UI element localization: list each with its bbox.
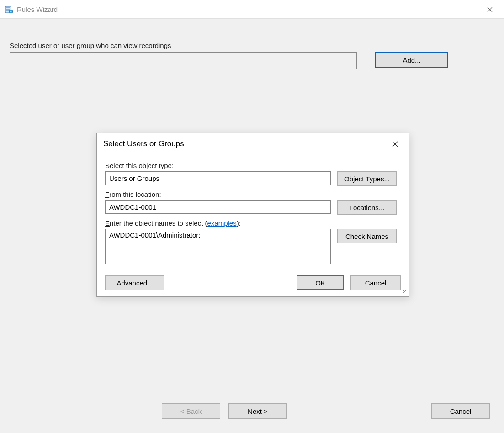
- check-names-button[interactable]: Check Names: [337, 229, 397, 243]
- svg-point-4: [9, 10, 13, 13]
- examples-link[interactable]: examples: [207, 219, 236, 227]
- wizard-footer: < Back Next > Cancel: [162, 403, 490, 419]
- object-type-field[interactable]: [105, 171, 331, 185]
- select-users-dialog: Select Users or Groups Select this objec…: [96, 133, 409, 297]
- next-button[interactable]: Next >: [228, 403, 287, 419]
- object-types-button[interactable]: Object Types...: [337, 171, 397, 186]
- advanced-button[interactable]: Advanced...: [105, 275, 164, 290]
- back-button: < Back: [162, 403, 220, 419]
- object-type-label: Select this object type:: [105, 162, 401, 169]
- add-button[interactable]: Add...: [375, 52, 448, 68]
- ok-button[interactable]: OK: [297, 275, 344, 290]
- app-icon: [5, 5, 13, 14]
- object-names-field[interactable]: [105, 229, 331, 264]
- selected-user-field[interactable]: [10, 52, 357, 69]
- wizard-cancel-button[interactable]: Cancel: [431, 403, 490, 419]
- titlebar: Rules Wizard: [0, 0, 504, 19]
- window-close-button[interactable]: [481, 0, 499, 19]
- dialog-cancel-button[interactable]: Cancel: [350, 275, 401, 290]
- window-title: Rules Wizard: [17, 5, 58, 13]
- resize-grip-icon[interactable]: [402, 289, 407, 295]
- dialog-title: Select Users or Groups: [103, 139, 184, 148]
- object-names-label: EEnter the object names to select (nter …: [105, 219, 401, 227]
- location-label: From this location:: [105, 190, 401, 198]
- dialog-titlebar: Select Users or Groups: [97, 133, 409, 154]
- dialog-close-button[interactable]: [387, 136, 403, 152]
- locations-button[interactable]: Locations...: [337, 200, 397, 215]
- selected-user-label: Selected user or user group who can view…: [10, 42, 494, 49]
- location-field[interactable]: [105, 200, 331, 214]
